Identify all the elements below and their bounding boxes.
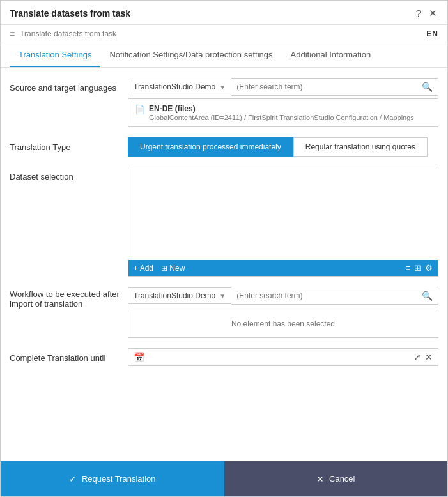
source-search-box: 🔍 — [231, 78, 438, 96]
complete-translation-row: Complete Translation until 📅 ⤢ ✕ — [10, 348, 438, 366]
dataset-add-button[interactable]: + Add — [134, 264, 153, 273]
lang-selector-row: TranslationStudio Demo ▼ 🔍 — [128, 78, 438, 96]
workflow-dropdown[interactable]: TranslationStudio Demo ▼ — [128, 287, 231, 304]
lang-file-name: EN-DE (files) — [149, 104, 414, 113]
complete-translation-label: Complete Translation until — [10, 348, 128, 363]
toolbar-left: ≡ Translate datasets from task — [10, 29, 116, 39]
request-translation-button[interactable]: ✓ Request Translation — [1, 461, 224, 496]
workflow-form: TranslationStudio Demo ▼ 🔍 No element ha… — [128, 287, 438, 338]
dialog-content: Source and target languages TranslationS… — [1, 68, 447, 461]
dataset-toolbar: + Add ⊞ New ≡ ⊞ ⚙ — [128, 260, 438, 276]
dataset-toolbar-left: + Add ⊞ New — [134, 264, 185, 273]
cancel-label: Cancel — [329, 474, 355, 484]
source-languages-label: Source and target languages — [10, 78, 128, 93]
tab-additional-info[interactable]: Additional Information — [282, 43, 380, 67]
search-icon: 🔍 — [422, 82, 433, 92]
tab-notification-settings[interactable]: Notification Settings/Data protection se… — [100, 43, 281, 67]
lang-file-box: 📄 EN-DE (files) GlobalContentArea (ID=24… — [128, 98, 438, 127]
spacer — [10, 376, 438, 427]
dataset-box: + Add ⊞ New ≡ ⊞ ⚙ — [128, 167, 438, 277]
translation-type-row: Translation Type Urgent translation proc… — [10, 137, 438, 157]
complete-translation-control: 📅 ⤢ ✕ — [128, 348, 438, 366]
workflow-search-input[interactable] — [236, 291, 422, 300]
dataset-selection-control: + Add ⊞ New ≡ ⊞ ⚙ — [128, 167, 438, 277]
lang-file-info: EN-DE (files) GlobalContentArea (ID=2411… — [149, 104, 414, 121]
dialog-toolbar: ≡ Translate datasets from task EN — [1, 25, 447, 43]
tab-translation-settings[interactable]: Translation Settings — [10, 43, 100, 67]
urgent-translation-button[interactable]: Urgent translation processed immediately — [128, 137, 293, 157]
calendar-icon[interactable]: 📅 — [134, 352, 144, 362]
workflow-selector-row: TranslationStudio Demo ▼ 🔍 — [128, 287, 438, 305]
hamburger-icon: ≡ — [10, 29, 15, 39]
complete-actions: ⤢ ✕ — [413, 352, 433, 362]
dialog: Translate datasets from task ? ✕ ≡ Trans… — [0, 0, 448, 497]
dataset-selection-row: Dataset selection + Add ⊞ New ≡ ⊞ ⚙ — [10, 167, 438, 277]
no-element-box: No element has been selected — [128, 310, 438, 338]
dataset-toolbar-right: ≡ ⊞ ⚙ — [405, 263, 433, 273]
dialog-title: Translate datasets from task — [10, 8, 130, 19]
source-languages-control: TranslationStudio Demo ▼ 🔍 📄 EN-DE (file… — [128, 78, 438, 127]
source-search-input[interactable] — [236, 82, 422, 91]
complete-date-control: 📅 ⤢ ✕ — [128, 348, 438, 366]
workflow-label: Workflow to be executed after import of … — [10, 287, 128, 309]
close-button[interactable]: ✕ — [428, 7, 438, 19]
workflow-dropdown-value: TranslationStudio Demo — [134, 291, 215, 300]
settings-view-icon[interactable]: ⚙ — [425, 263, 433, 273]
source-languages-row: Source and target languages TranslationS… — [10, 78, 438, 127]
workflow-caret: ▼ — [219, 293, 226, 300]
translation-type-buttons: Urgent translation processed immediately… — [128, 137, 438, 157]
dataset-content — [128, 167, 438, 260]
tabs-container: Translation Settings Notification Settin… — [1, 43, 447, 68]
dropdown-caret: ▼ — [219, 84, 226, 91]
workflow-control: TranslationStudio Demo ▼ 🔍 No element ha… — [128, 287, 438, 338]
request-translation-label: Request Translation — [82, 474, 156, 484]
expand-icon[interactable]: ⤢ — [413, 352, 421, 362]
header-icons: ? ✕ — [415, 7, 438, 19]
list-view-icon[interactable]: ≡ — [405, 263, 410, 273]
source-dropdown-value: TranslationStudio Demo — [134, 82, 215, 91]
toolbar-menu-label: Translate datasets from task — [20, 29, 116, 38]
clear-date-icon[interactable]: ✕ — [425, 352, 433, 362]
dataset-new-button[interactable]: ⊞ New — [161, 264, 185, 273]
file-icon: 📄 — [135, 105, 145, 114]
dialog-footer: ✓ Request Translation ✕ Cancel — [1, 461, 447, 496]
help-button[interactable]: ? — [415, 7, 422, 19]
check-icon: ✓ — [69, 474, 77, 484]
regular-translation-button[interactable]: Regular translation using quotes — [293, 137, 428, 157]
lang-file-path: GlobalContentArea (ID=2411) / FirstSpiri… — [149, 114, 414, 121]
source-dropdown[interactable]: TranslationStudio Demo ▼ — [128, 79, 231, 95]
no-element-text: No element has been selected — [231, 319, 335, 328]
translation-type-control: Urgent translation processed immediately… — [128, 137, 438, 157]
cancel-button[interactable]: ✕ Cancel — [224, 461, 448, 496]
workflow-search-icon: 🔍 — [422, 291, 433, 301]
cancel-icon: ✕ — [316, 474, 324, 484]
grid-view-icon[interactable]: ⊞ — [414, 263, 421, 273]
workflow-search-box: 🔍 — [231, 287, 438, 305]
language-label: EN — [426, 29, 438, 38]
dialog-header: Translate datasets from task ? ✕ — [1, 1, 447, 25]
dataset-selection-label: Dataset selection — [10, 167, 128, 181]
workflow-row: Workflow to be executed after import of … — [10, 287, 438, 338]
lang-file-row: 📄 EN-DE (files) GlobalContentArea (ID=24… — [135, 104, 431, 121]
translation-type-label: Translation Type — [10, 137, 128, 152]
